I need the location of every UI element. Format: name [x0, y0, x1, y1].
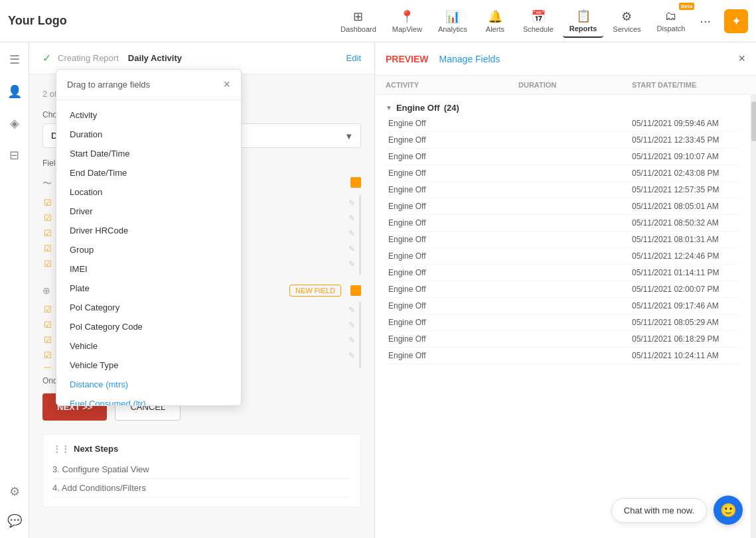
table-row: Engine Off 05/11/2021 09:59:46 AM [386, 115, 740, 132]
fuel-office-edit-icon[interactable]: ✎ [348, 366, 355, 369]
drag-item-plate[interactable]: Plate [56, 279, 241, 298]
drag-item-group[interactable]: Group [56, 240, 241, 259]
row-activity: Engine Off [386, 334, 518, 344]
nav-dashboard[interactable]: ⊞ Dashboard [334, 5, 383, 37]
nav-items: ⊞ Dashboard 📍 MapView 📊 Analytics 🔔 Aler… [334, 5, 748, 38]
row-activity: Engine Off [386, 301, 518, 310]
alerts-icon: 🔔 [488, 9, 502, 24]
duration-edit-icon[interactable]: ✎ [348, 320, 355, 330]
drag-item-location[interactable]: Location [56, 182, 241, 202]
vehicle-type-edit-icon[interactable]: ✎ [348, 275, 355, 275]
table-row: Engine Off 05/11/2021 12:57:35 PM [386, 182, 740, 198]
next-steps-dots-icon: ⋮⋮ [52, 444, 70, 454]
sidebar-icon-user[interactable]: 👤 [4, 81, 25, 102]
services-icon: ⚙ [621, 9, 632, 24]
drag-item-distance[interactable]: Distance (mtrs) [56, 375, 241, 394]
nav-reports[interactable]: 📋 Reports [563, 5, 604, 38]
drag-item-end-datetime[interactable]: End Date/Time [56, 163, 241, 182]
table-row: Engine Off 05/11/2021 09:10:07 AM [386, 149, 740, 165]
table-row: Engine Off 05/11/2021 02:00:07 PM [386, 281, 740, 298]
distance-checkbox[interactable]: ☑ [44, 304, 52, 314]
fuel-consumed-checkbox[interactable]: ☑ [44, 335, 52, 345]
row-datetime: 05/11/2021 09:17:46 AM [629, 301, 740, 310]
drag-item-activity[interactable]: Activity [56, 105, 241, 125]
distance-edit-icon[interactable]: ✎ [348, 305, 355, 314]
row-duration [518, 152, 629, 161]
drag-item-fuel-consumed[interactable]: Fuel Consumed (ltr) [56, 394, 241, 405]
consolidated-checkbox[interactable] [350, 285, 361, 296]
nav-mapview-label: MapView [392, 25, 422, 33]
vehicle-type-checkbox[interactable]: ☑ [44, 274, 52, 275]
nav-alerts[interactable]: 🔔 Alerts [477, 5, 514, 37]
nav-more-button[interactable]: ··· [694, 13, 716, 29]
drag-item-imei[interactable]: IMEI [56, 259, 241, 279]
drag-item-driver[interactable]: Driver [56, 202, 241, 221]
row-datetime: 05/11/2021 12:24:46 PM [629, 251, 740, 261]
sidebar-icon-chat[interactable]: 💬 [4, 510, 25, 531]
next-step-4: 4. Add Conditions/Filters [52, 479, 351, 498]
sidebar-icon-menu[interactable]: ☰ [4, 49, 25, 70]
sidebar-icon-settings[interactable]: ⚙ [4, 481, 25, 502]
row-activity: Engine Off [386, 152, 518, 161]
drag-item-pol-category[interactable]: Pol Category [56, 298, 241, 317]
manage-fields-tab[interactable]: Manage Fields [439, 54, 500, 64]
fuel-office-checkbox[interactable]: ☑ [44, 366, 52, 368]
preview-scrollbar-thumb [751, 101, 756, 141]
imei-edit-icon[interactable]: ✎ [348, 198, 355, 208]
drag-item-driver-hrcode[interactable]: Driver HRCode [56, 221, 241, 240]
vehicle-edit-icon[interactable]: ✎ [348, 259, 355, 269]
duration-checkbox[interactable]: ☑ [44, 320, 52, 330]
nav-reports-label: Reports [569, 25, 597, 33]
table-row: Engine Off 05/11/2021 01:14:11 PM [386, 265, 740, 281]
row-datetime: 05/11/2021 09:10:07 AM [629, 152, 740, 161]
table-row: Engine Off 05/11/2021 06:18:29 PM [386, 331, 740, 348]
drag-item-vehicle[interactable]: Vehicle [56, 336, 241, 356]
schedule-icon: 📅 [531, 9, 546, 24]
pol-category-edit-icon[interactable]: ✎ [348, 229, 355, 238]
drag-item-start-datetime[interactable]: Start Date/Time [56, 144, 241, 163]
row-activity: Engine Off [386, 202, 518, 211]
sidebar-icon-modules[interactable]: ⊟ [4, 145, 25, 166]
fuel-non-office-checkbox[interactable]: ☑ [44, 350, 52, 360]
row-activity: Engine Off [386, 251, 518, 261]
row-datetime: 05/11/2021 12:33:45 PM [629, 135, 740, 145]
fuel-non-office-edit-icon[interactable]: ✎ [348, 351, 355, 360]
sidebar-bottom: ⚙ 💬 [4, 481, 25, 531]
table-row: Engine Off 05/11/2021 12:33:45 PM [386, 132, 740, 149]
preview-scrollbar[interactable] [751, 95, 756, 538]
row-duration [518, 218, 629, 228]
nav-schedule[interactable]: 📅 Schedule [516, 5, 560, 37]
drag-modal-close-button[interactable]: × [223, 78, 230, 92]
nav-dispatch[interactable]: 🗂 Dispatch Beta [650, 5, 692, 36]
dashboard-icon: ⊞ [353, 9, 363, 24]
drag-modal-header: Drag to arrange fields × [56, 70, 241, 100]
chat-bubble[interactable]: Chat with me now. [611, 498, 707, 523]
plate-checkbox[interactable]: ☑ [44, 213, 52, 223]
plate-edit-icon[interactable]: ✎ [348, 214, 355, 223]
pol-category-code-edit-icon[interactable]: ✎ [348, 244, 355, 253]
preview-tab[interactable]: PREVIEW [386, 54, 429, 64]
row-datetime: 05/11/2021 10:24:11 AM [629, 351, 740, 360]
nav-services[interactable]: ⚙ Services [606, 5, 647, 37]
imei-checkbox[interactable]: ☑ [44, 198, 52, 208]
vehicle-checkbox[interactable]: ☑ [44, 259, 52, 269]
sidebar-icon-layers[interactable]: ◈ [4, 113, 25, 134]
drag-item-pol-category-code[interactable]: Pol Category Code [56, 317, 241, 336]
nav-action-button[interactable]: ✦ [724, 9, 748, 33]
pol-category-code-checkbox[interactable]: ☑ [44, 243, 52, 253]
edit-link[interactable]: Edit [346, 53, 361, 63]
close-button[interactable]: × [738, 52, 745, 66]
group-collapse-icon[interactable]: ▼ [386, 104, 392, 111]
chat-icon-button[interactable]: 🙂 [714, 496, 743, 525]
table-row: Engine Off 05/11/2021 02:43:08 PM [386, 165, 740, 182]
nav-analytics[interactable]: 📊 Analytics [431, 5, 474, 37]
chat-widget: Chat with me now. 🙂 [611, 496, 743, 525]
fuel-consumed-edit-icon[interactable]: ✎ [348, 336, 355, 345]
new-field-button[interactable]: NEW FIELD [289, 285, 341, 297]
nav-mapview[interactable]: 📍 MapView [386, 5, 429, 37]
next-steps-section: ⋮⋮ Next Steps 3. Configure Spatial View … [42, 434, 361, 507]
pol-category-checkbox[interactable]: ☑ [44, 228, 52, 238]
drag-item-duration[interactable]: Duration [56, 125, 241, 144]
drag-item-vehicle-type[interactable]: Vehicle Type [56, 356, 241, 375]
common-checkbox[interactable] [350, 177, 361, 188]
